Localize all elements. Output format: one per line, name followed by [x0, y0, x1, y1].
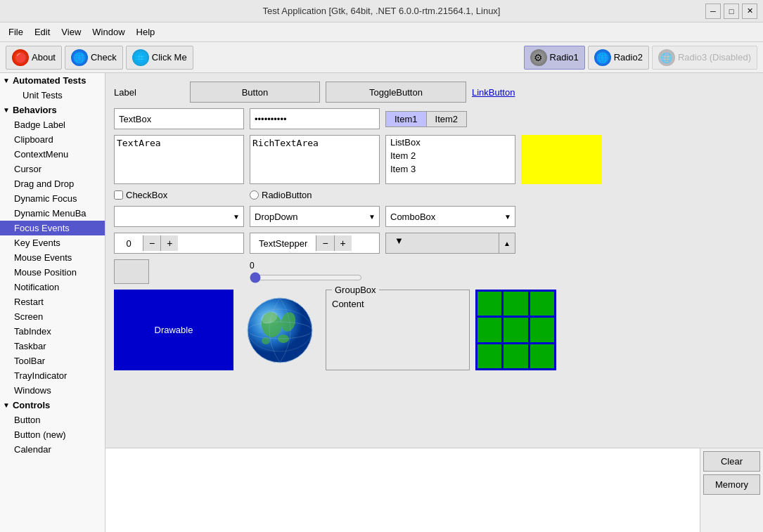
listbox-item-2[interactable]: Item 2 — [386, 149, 515, 162]
textstepper-plus[interactable]: + — [334, 235, 352, 251]
radiobutton-widget[interactable] — [250, 190, 259, 200]
groupbox-content: Content — [332, 299, 364, 309]
color-box-widget — [521, 135, 602, 184]
grid-cell-7 — [477, 344, 501, 368]
clear-button[interactable]: Clear — [703, 451, 760, 472]
content-area: Label Button ToggleButton LinkButton Ite… — [105, 73, 763, 532]
textbox-widget[interactable] — [114, 108, 244, 129]
listbox-item-3[interactable]: Item 3 — [386, 162, 515, 176]
stepper-minus[interactable]: − — [143, 235, 160, 251]
widget-row-1: Label Button ToggleButton LinkButton — [114, 82, 755, 103]
combobox-widget[interactable]: ComboBox — [385, 206, 515, 227]
menu-file[interactable]: File — [3, 25, 29, 39]
clickme-button[interactable]: 🌐 Click Me — [126, 46, 193, 70]
radio-container: RadioButton — [250, 190, 380, 200]
menu-edit[interactable]: Edit — [29, 25, 56, 39]
sidebar-item-notification[interactable]: Notification — [0, 280, 105, 294]
sidebar-item-button-new[interactable]: Button (new) — [0, 427, 105, 442]
sidebar-item-trayindicator[interactable]: TrayIndicator — [0, 368, 105, 383]
radio3-label: Radio3 (Disabled) — [678, 52, 751, 63]
sidebar-group-automated-tests[interactable]: ▼ Automated Tests — [0, 73, 105, 88]
password-widget[interactable] — [250, 108, 380, 129]
check-icon: 🌐 — [71, 49, 88, 66]
checkbox-container: CheckBox — [114, 190, 244, 200]
restore-button[interactable]: □ — [724, 4, 739, 19]
sidebar-item-tabindex[interactable]: TabIndex — [0, 324, 105, 339]
tab-group-widget: Item1 Item2 — [385, 111, 467, 127]
groupbox-title: GroupBox — [332, 285, 379, 295]
tab-item-2[interactable]: Item2 — [427, 112, 467, 126]
automated-tests-label: Automated Tests — [13, 75, 86, 86]
radio2-label: Radio2 — [614, 52, 643, 63]
drawable-widget[interactable]: Drawable — [114, 290, 233, 370]
button-widget[interactable]: Button — [190, 82, 320, 103]
sidebar-item-screen[interactable]: Screen — [0, 309, 105, 324]
toggle-button-widget[interactable]: ToggleButton — [326, 82, 466, 103]
textstepper-minus[interactable]: − — [316, 235, 333, 251]
textstepper-label: TextStepper — [250, 236, 316, 251]
textarea-widget[interactable]: TextArea — [114, 135, 244, 184]
listbox-header: ListBox — [386, 136, 515, 149]
label-widget: Label — [114, 87, 184, 98]
grid-cell-6 — [530, 318, 554, 342]
slider-widget[interactable] — [250, 272, 362, 283]
sidebar-item-unit-tests[interactable]: Unit Tests — [0, 88, 105, 103]
menu-window[interactable]: Window — [86, 25, 130, 39]
radio1-button[interactable]: ⚙ Radio1 — [524, 46, 585, 70]
clickme-icon: 🌐 — [132, 49, 149, 66]
dropdown-wrapper-1: ▼ — [114, 206, 244, 227]
titlebar-controls: ─ □ ✕ — [705, 0, 757, 22]
about-button[interactable]: 🔴 About — [6, 46, 62, 70]
checkbox-widget[interactable] — [114, 190, 123, 200]
sidebar-item-clipboard[interactable]: Clipboard — [0, 132, 105, 147]
sidebar-item-toolbar[interactable]: ToolBar — [0, 353, 105, 368]
sidebar-item-taskbar[interactable]: Taskbar — [0, 339, 105, 353]
toolbar: 🔴 About 🌐 Check 🌐 Click Me ⚙ Radio1 🌐 Ra… — [0, 42, 763, 73]
sidebar-group-controls[interactable]: ▼ Controls — [0, 398, 105, 413]
toggle-frame-widget[interactable] — [114, 259, 149, 284]
dropdown-widget-2[interactable]: DropDown — [250, 206, 380, 227]
sidebar-item-focus-events[interactable]: Focus Events — [0, 221, 105, 235]
combobox-wrapper: ComboBox ▼ — [385, 206, 515, 227]
sidebar-group-behaviors[interactable]: ▼ Behaviors — [0, 103, 105, 117]
sidebar-item-button[interactable]: Button — [0, 413, 105, 427]
sidebar-item-windows[interactable]: Windows — [0, 383, 105, 398]
sidebar-item-dynamic-menuba[interactable]: Dynamic MenuBa — [0, 206, 105, 221]
globe-icon — [245, 295, 315, 365]
stepper-plus[interactable]: + — [160, 235, 178, 251]
content-main: Label Button ToggleButton LinkButton Ite… — [105, 73, 763, 448]
checkbox-label: CheckBox — [126, 190, 167, 200]
sidebar-item-dynamic-focus[interactable]: Dynamic Focus — [0, 191, 105, 206]
sidebar-item-badge-label[interactable]: Badge Label — [0, 117, 105, 132]
sidebar-item-key-events[interactable]: Key Events — [0, 235, 105, 250]
sidebar-item-restart[interactable]: Restart — [0, 294, 105, 309]
sidebar-item-mouse-events[interactable]: Mouse Events — [0, 250, 105, 265]
sidebar-item-drag-drop[interactable]: Drag and Drop — [0, 176, 105, 191]
toggle-container — [114, 259, 244, 284]
tab-item-1[interactable]: Item1 — [386, 112, 427, 126]
sidebar-item-calendar[interactable]: Calendar — [0, 442, 105, 457]
close-button[interactable]: ✕ — [742, 4, 757, 19]
grid-cell-1 — [477, 292, 501, 316]
memory-button[interactable]: Memory — [703, 474, 760, 495]
link-button-widget[interactable]: LinkButton — [472, 87, 515, 98]
spinbox-up[interactable]: ▲ — [499, 233, 515, 253]
richtextarea-widget[interactable]: RichTextArea — [250, 135, 380, 184]
sidebar-item-mouse-position[interactable]: Mouse Position — [0, 265, 105, 280]
stepper-value: 0 — [115, 236, 143, 251]
minimize-button[interactable]: ─ — [705, 4, 721, 19]
menu-help[interactable]: Help — [131, 25, 161, 39]
listbox-widget[interactable]: ListBox Item 2 Item 3 — [385, 135, 515, 184]
radio1-icon: ⚙ — [530, 49, 547, 66]
behaviors-arrow: ▼ — [3, 106, 10, 114]
slider-value: 0 — [250, 261, 255, 271]
menu-view[interactable]: View — [56, 25, 86, 39]
check-button[interactable]: 🌐 Check — [65, 46, 123, 70]
clickme-label: Click Me — [152, 52, 187, 63]
spinbox-down-label: ▼ — [386, 233, 499, 253]
radio2-button[interactable]: 🌐 Radio2 — [588, 46, 649, 70]
sidebar-item-cursor[interactable]: Cursor — [0, 162, 105, 176]
sidebar-item-contextmenu[interactable]: ContextMenu — [0, 147, 105, 162]
dropdown-widget-1[interactable] — [114, 206, 244, 227]
grid-cell-5 — [504, 318, 527, 342]
